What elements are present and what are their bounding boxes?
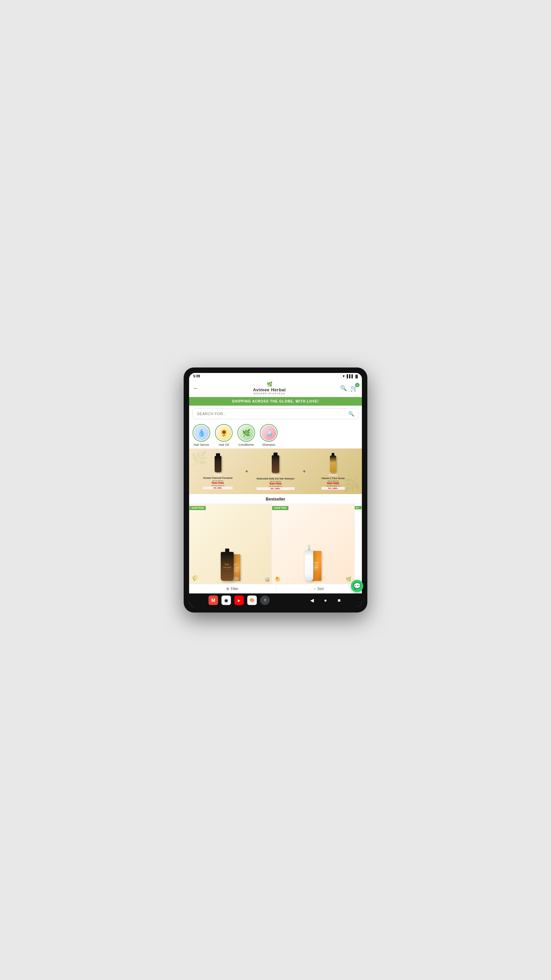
category-item-hair-serum[interactable]: 💧 Hair Serum (192, 424, 210, 447)
filter-icon: ⚙ (226, 587, 229, 591)
product-grid: SAVE ₹100 🌾 🥥 (189, 504, 362, 584)
save-badge-1: SAVE ₹100 (189, 506, 206, 510)
search-icon: 🔍 (348, 411, 354, 417)
category-item-shampoo[interactable]: 🍶 Shampoo (260, 424, 278, 447)
sort-icon: ↕ (314, 587, 316, 591)
chrome-icon[interactable]: ◉ (221, 595, 231, 605)
android-nav-bar: M ◉ ▶ 🎨 ⠿ ◀ ● ■ (189, 593, 362, 607)
header-logo: 🌿 Avimee Herbal MODERN AYURVEDA (253, 382, 286, 395)
battery-icon: ▓ (356, 374, 358, 378)
cart-wrapper[interactable]: 🛒 1 (350, 385, 358, 392)
product-image-1: 🌾 🥥 Avimee Herb (189, 504, 272, 584)
logo-name: Avimee Herbal (253, 387, 286, 392)
wifi-icon: ▼ (342, 374, 346, 378)
apps-icon[interactable]: ⠿ (260, 595, 270, 605)
recent-nav-button[interactable]: ■ (336, 597, 343, 604)
save-badge-3: SA (355, 506, 362, 509)
shipping-text: SHIPPING ACROSS THE GLOBE, WITH LOVE! (232, 399, 319, 403)
app-header: ← 🌿 Avimee Herbal MODERN AYURVEDA 🔍 🛒 1 (189, 379, 362, 397)
promo-banner: 🌿 🌿 Kunwar Charcoal Facewash 50 ml Worth… (189, 449, 362, 494)
tablet-frame: 5:09 ▼ ▌▌▌ ▓ ← 🌿 Avimee Herbal MODERN AY… (184, 368, 367, 612)
category-label-hair-oil: Hair Oil (219, 443, 229, 447)
sort-button[interactable]: ↕ Sort (276, 584, 362, 593)
promo-product-2: Shakuntala Daily Use Hair Shampoo 50 ml … (250, 453, 301, 490)
category-circle-shampoo: 🍶 (260, 424, 278, 442)
shakuntala-bottle: 🌾 🥥 Avimee Herb (189, 504, 272, 584)
category-circle-conditioner: 🌿 (237, 424, 255, 442)
tablet-screen: 5:09 ▼ ▌▌▌ ▓ ← 🌿 Avimee Herbal MODERN AY… (189, 373, 362, 607)
serum-bottle: 🌼 🌿 (272, 504, 354, 584)
promo-product-3: Vitamin C Face Serum 25 ml Worth ₹650 FR… (308, 453, 359, 490)
home-nav-button[interactable]: ● (322, 597, 329, 604)
youtube-icon[interactable]: ▶ (234, 595, 244, 605)
category-label-conditioner: Conditioner (238, 443, 254, 447)
bestseller-title: Bestseller (189, 494, 362, 504)
status-time: 5:09 (193, 374, 200, 378)
plus-icon-2: + (303, 469, 306, 474)
category-item-hair-oil[interactable]: 🌻 Hair Oil (215, 424, 233, 447)
shipping-banner: SHIPPING ACROSS THE GLOBE, WITH LOVE! (189, 397, 362, 406)
category-label-hair-serum: Hair Serum (194, 443, 209, 447)
status-bar: 5:09 ▼ ▌▌▌ ▓ (189, 373, 362, 379)
categories-row: 💧 Hair Serum 🌻 Hair Oil 🌿 (189, 422, 362, 449)
category-circle-hair-oil: 🌻 (215, 424, 233, 442)
product-card-1[interactable]: SAVE ₹100 🌾 🥥 (189, 504, 272, 584)
filter-sort-bar: ⚙ Filter ↕ Sort (189, 584, 362, 593)
product-card-3[interactable]: SA (354, 504, 362, 584)
photos-icon[interactable]: 🎨 (247, 595, 257, 605)
search-button[interactable]: 🔍 (340, 385, 347, 391)
logo-sub: MODERN AYURVEDA (253, 392, 285, 395)
sort-label: Sort (318, 587, 324, 591)
search-box[interactable]: 🔍 (192, 408, 359, 419)
back-button[interactable]: ← (193, 385, 198, 391)
category-circle-hair-serum: 💧 (192, 424, 210, 442)
whatsapp-icon: 💬 (353, 582, 361, 590)
category-label-shampoo: Shampoo (262, 443, 275, 447)
filter-button[interactable]: ⚙ Filter (189, 584, 276, 593)
header-icons: 🔍 🛒 1 (340, 385, 358, 392)
bestseller-section: Bestseller SAVE ₹100 🌾 🥥 (189, 494, 362, 584)
product-card-2[interactable]: SAVE ₹251 🌼 🌿 (272, 504, 354, 584)
gmail-icon[interactable]: M (208, 595, 218, 605)
product-image-2: 🌼 🌿 (272, 504, 354, 584)
plus-icon-1: + (245, 469, 248, 474)
search-input[interactable] (197, 412, 348, 416)
promo-product-1: Kunwar Charcoal Facewash 50 ml Worth ₹29… (192, 453, 243, 489)
whatsapp-fab[interactable]: 💬 (351, 580, 362, 592)
category-item-conditioner[interactable]: 🌿 Conditioner (237, 424, 255, 447)
cart-badge: 1 (355, 383, 359, 387)
search-section: 🔍 (189, 406, 362, 422)
leaf-icon: 🌿 (267, 382, 272, 387)
signal-icon: ▌▌▌ (346, 374, 354, 378)
save-badge-2: SAVE ₹251 (272, 506, 288, 510)
filter-label: Filter (231, 587, 238, 591)
status-icons: ▼ ▌▌▌ ▓ (342, 374, 358, 378)
back-nav-button[interactable]: ◀ (308, 597, 315, 604)
